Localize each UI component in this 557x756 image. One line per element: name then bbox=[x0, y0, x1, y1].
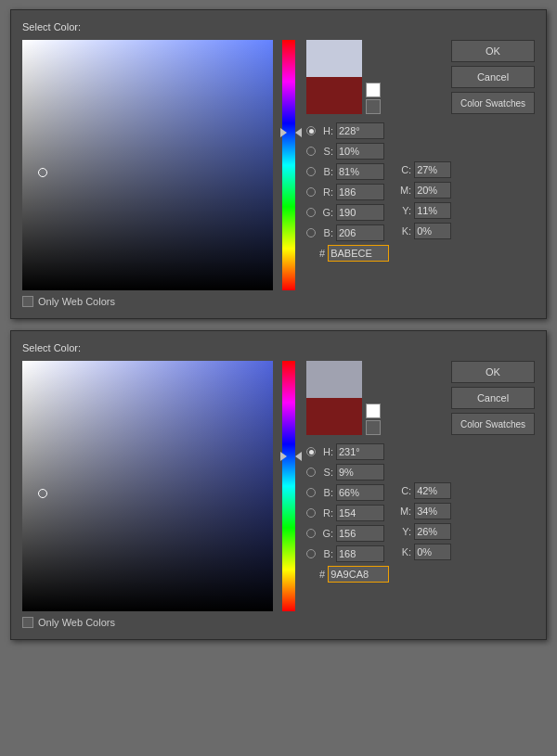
c-label-2: C: bbox=[396, 485, 411, 496]
h-label-1: H: bbox=[318, 125, 333, 136]
small-square-white-1 bbox=[366, 83, 381, 97]
radio-h-1[interactable] bbox=[306, 126, 316, 135]
color-swatches-button-1[interactable]: Color Swatches bbox=[451, 92, 535, 114]
color-old-2 bbox=[306, 398, 362, 435]
radio-h-2[interactable] bbox=[306, 447, 316, 456]
b-rgb-input-1[interactable] bbox=[336, 224, 384, 241]
k-input-1[interactable] bbox=[414, 223, 451, 239]
color-swatches-button-2[interactable]: Color Swatches bbox=[451, 413, 535, 435]
s-label-1: S: bbox=[318, 146, 333, 157]
radio-b-rgb-2[interactable] bbox=[306, 549, 316, 558]
picker-circle-1[interactable] bbox=[38, 168, 47, 177]
r-input-2[interactable] bbox=[336, 505, 384, 521]
b-hsb-label-1: B: bbox=[318, 166, 333, 177]
y-input-1[interactable] bbox=[414, 202, 451, 219]
m-label-2: M: bbox=[396, 506, 411, 517]
s-input-2[interactable] bbox=[336, 464, 384, 481]
color-picker-2[interactable] bbox=[22, 361, 273, 611]
color-old-1 bbox=[306, 77, 362, 114]
hue-arrow-right-2 bbox=[295, 452, 302, 461]
h-input-2[interactable] bbox=[336, 443, 384, 460]
dialog-title-2: Select Color: bbox=[22, 342, 535, 353]
r-label-1: R: bbox=[318, 186, 333, 198]
cancel-button-1[interactable]: Cancel bbox=[451, 66, 535, 88]
fields-section-2: H: S: B: bbox=[306, 442, 535, 583]
web-colors-checkbox-1[interactable] bbox=[22, 296, 33, 307]
radio-g-1[interactable] bbox=[306, 208, 316, 217]
c-input-2[interactable] bbox=[414, 482, 451, 499]
color-preview-2 bbox=[306, 361, 362, 435]
bottom-row-1: Only Web Colors bbox=[22, 296, 535, 307]
right-panel-2: OK Cancel Color Swatches H: bbox=[306, 361, 535, 583]
radio-s-1[interactable] bbox=[306, 147, 316, 156]
hash-symbol-1: # bbox=[319, 248, 325, 259]
hue-arrow-right-1 bbox=[295, 128, 302, 137]
radio-r-1[interactable] bbox=[306, 187, 316, 197]
color-preview-1 bbox=[306, 40, 362, 114]
y-label-2: Y: bbox=[396, 526, 411, 537]
buttons-col-2: OK Cancel Color Swatches bbox=[451, 361, 535, 435]
c-input-1[interactable] bbox=[414, 161, 451, 178]
bottom-row-2: Only Web Colors bbox=[22, 617, 535, 628]
y-label-1: Y: bbox=[396, 205, 411, 216]
ok-button-2[interactable]: OK bbox=[451, 361, 535, 383]
k-label-2: K: bbox=[396, 546, 411, 557]
cancel-button-2[interactable]: Cancel bbox=[451, 387, 535, 409]
color-new-2 bbox=[306, 361, 362, 398]
radio-b-hsb-1[interactable] bbox=[306, 167, 316, 176]
g-input-1[interactable] bbox=[336, 204, 384, 221]
h-input-1[interactable] bbox=[336, 122, 384, 139]
radio-b-hsb-2[interactable] bbox=[306, 488, 316, 497]
color-dialog-1: Select Color: bbox=[10, 9, 547, 319]
k-input-2[interactable] bbox=[414, 544, 451, 560]
y-input-2[interactable] bbox=[414, 523, 451, 540]
ok-button-1[interactable]: OK bbox=[451, 40, 535, 62]
radio-b-rgb-1[interactable] bbox=[306, 228, 316, 237]
m-label-1: M: bbox=[396, 185, 411, 196]
hue-arrow-left-1 bbox=[280, 128, 287, 137]
b-hsb-input-2[interactable] bbox=[336, 484, 384, 501]
g-label-2: G: bbox=[318, 528, 333, 539]
hex-input-1[interactable] bbox=[328, 245, 389, 262]
s-label-2: S: bbox=[318, 467, 333, 478]
color-dialog-2: Select Color: bbox=[10, 330, 547, 640]
b-rgb-label-2: B: bbox=[318, 548, 333, 559]
radio-g-2[interactable] bbox=[306, 529, 316, 538]
picker-circle-2[interactable] bbox=[38, 489, 47, 498]
r-label-2: R: bbox=[318, 507, 333, 519]
s-input-1[interactable] bbox=[336, 143, 384, 160]
r-input-1[interactable] bbox=[336, 184, 384, 200]
small-square-gray-1 bbox=[366, 99, 381, 114]
m-input-1[interactable] bbox=[414, 182, 451, 199]
small-square-gray-2 bbox=[366, 420, 381, 435]
g-input-2[interactable] bbox=[336, 525, 384, 542]
hue-slider-container-1[interactable] bbox=[282, 40, 301, 290]
small-square-white-2 bbox=[366, 404, 381, 418]
fields-section-1: H: S: B: bbox=[306, 122, 535, 263]
b-rgb-input-2[interactable] bbox=[336, 545, 384, 562]
color-picker-1[interactable] bbox=[22, 40, 273, 290]
buttons-col-1: OK Cancel Color Swatches bbox=[451, 40, 535, 114]
b-hsb-label-2: B: bbox=[318, 487, 333, 498]
c-label-1: C: bbox=[396, 164, 411, 175]
radio-r-2[interactable] bbox=[306, 508, 316, 518]
right-panel-1: OK Cancel Color Swatches H: bbox=[306, 40, 535, 263]
web-colors-label-1: Only Web Colors bbox=[38, 296, 115, 307]
hue-arrow-left-2 bbox=[280, 452, 287, 461]
web-colors-label-2: Only Web Colors bbox=[38, 617, 115, 628]
k-label-1: K: bbox=[396, 225, 411, 237]
hash-symbol-2: # bbox=[319, 569, 325, 580]
b-rgb-label-1: B: bbox=[318, 227, 333, 238]
hue-slider-2[interactable] bbox=[282, 361, 295, 611]
hue-slider-container-2[interactable] bbox=[282, 361, 301, 611]
dialog-title-1: Select Color: bbox=[22, 21, 535, 32]
g-label-1: G: bbox=[318, 207, 333, 218]
web-colors-checkbox-2[interactable] bbox=[22, 617, 33, 628]
hue-slider-1[interactable] bbox=[282, 40, 295, 290]
hex-input-2[interactable] bbox=[328, 566, 389, 583]
b-hsb-input-1[interactable] bbox=[336, 163, 384, 180]
h-label-2: H: bbox=[318, 446, 333, 457]
radio-s-2[interactable] bbox=[306, 468, 316, 477]
m-input-2[interactable] bbox=[414, 503, 451, 519]
color-new-1 bbox=[306, 40, 362, 77]
